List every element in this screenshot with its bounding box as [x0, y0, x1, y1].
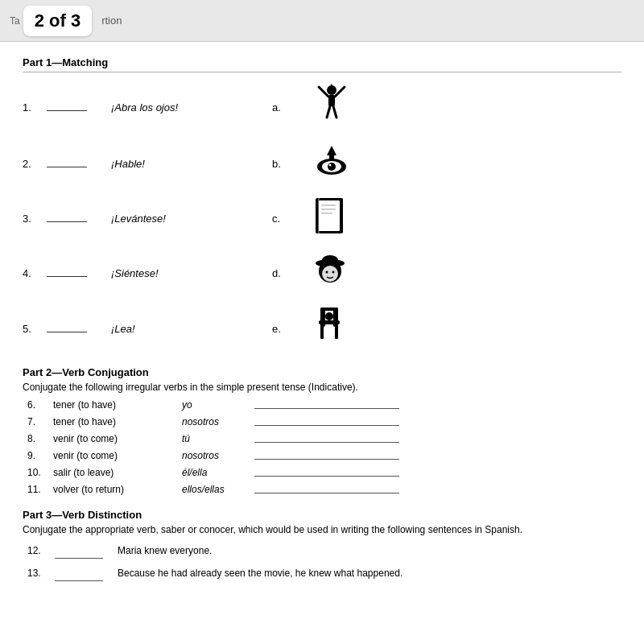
part3-header: Part 3—Verb Distinction [23, 509, 621, 521]
match-icon-b [304, 146, 621, 182]
svg-rect-18 [321, 213, 332, 214]
match-num-5: 5. [23, 323, 47, 335]
conj-answer-cell[interactable] [250, 396, 621, 413]
conj-verb: venir (to come) [48, 447, 177, 464]
conj-num: 8. [23, 430, 48, 447]
distinction-blank[interactable] [52, 564, 116, 585]
conjugation-table: 6. tener (to have) yo 7. tener (to have)… [23, 396, 621, 497]
match-letter-3: c. [272, 213, 304, 225]
conj-pronoun: él/ella [177, 464, 250, 481]
svg-line-5 [333, 106, 336, 118]
conj-verb: volver (to return) [48, 481, 177, 497]
svg-point-12 [329, 164, 332, 167]
conj-instruction: Conjugate the following irregular verbs … [23, 382, 621, 393]
match-letter-2: b. [272, 158, 304, 170]
conj-answer-cell[interactable] [250, 430, 621, 447]
match-icon-e [304, 306, 621, 352]
svg-point-22 [322, 266, 338, 282]
toolbar: Ta 2 of 3 rtion [0, 0, 644, 42]
match-phrase-3: ¡Levántese! [111, 213, 272, 225]
distinction-sentence: Because he had already seen the movie, h… [118, 564, 620, 585]
toolbar-title: rtion [101, 14, 122, 27]
tab-label[interactable]: Ta [10, 15, 20, 27]
conj-row: 6. tener (to have) yo [23, 396, 621, 413]
conj-answer-cell[interactable] [250, 413, 621, 430]
match-num-2: 2. [23, 158, 47, 170]
page-badge: 2 of 3 [23, 6, 92, 36]
match-line-1[interactable] [47, 101, 111, 114]
svg-point-31 [325, 312, 333, 320]
conj-verb: tener (to have) [48, 413, 177, 430]
conj-answer-cell[interactable] [250, 464, 621, 481]
svg-line-2 [319, 87, 328, 97]
match-line-4[interactable] [47, 267, 111, 279]
match-letter-5: e. [272, 323, 304, 335]
matching-table: 1. ¡Abra los ojos! a. 2. [23, 84, 621, 352]
svg-line-4 [327, 106, 330, 118]
svg-rect-17 [321, 208, 336, 210]
match-num-1: 1. [23, 101, 47, 114]
distinction-sentence: Maria knew everyone. [118, 542, 620, 563]
match-line-5[interactable] [47, 323, 111, 335]
conj-num: 6. [23, 396, 48, 413]
svg-marker-7 [327, 146, 336, 155]
conj-row: 10. salir (to leave) él/ella [23, 464, 621, 481]
match-icon-d [304, 255, 621, 291]
distinction-num: 13. [24, 564, 50, 585]
match-letter-1: a. [272, 101, 304, 114]
distinction-table: 12. Maria knew everyone. 13. Because he … [23, 540, 621, 587]
svg-rect-29 [335, 324, 338, 339]
distinction-blank[interactable] [52, 542, 116, 563]
match-phrase-1: ¡Abra los ojos! [111, 101, 272, 114]
match-icon-c [304, 196, 621, 241]
match-line-3[interactable] [47, 213, 111, 225]
distinction-instruction: Conjugate the appropriate verb, saber or… [23, 524, 621, 535]
part1-header: Part 1—Matching [23, 56, 621, 68]
conj-num: 11. [23, 481, 48, 497]
match-icon-a [304, 84, 621, 131]
conj-pronoun: nosotros [177, 413, 250, 430]
svg-rect-28 [320, 324, 324, 339]
svg-point-24 [332, 271, 335, 274]
conj-verb: venir (to come) [48, 430, 177, 447]
match-num-4: 4. [23, 267, 47, 279]
conj-answer-cell[interactable] [250, 447, 621, 464]
conj-num: 9. [23, 447, 48, 464]
conj-pronoun: yo [177, 396, 250, 413]
distinction-row: 12. Maria knew everyone. [24, 542, 620, 563]
conj-row: 11. volver (to return) ellos/ellas [23, 481, 621, 497]
main-content: Part 1—Matching 1. ¡Abra los ojos! a. [0, 42, 644, 644]
conj-pronoun: tú [177, 430, 250, 447]
svg-point-11 [328, 163, 336, 171]
conj-num: 7. [23, 413, 48, 430]
conj-pronoun: nosotros [177, 447, 250, 464]
conj-verb: salir (to leave) [48, 464, 177, 481]
conj-row: 8. venir (to come) tú [23, 430, 621, 447]
match-letter-4: d. [272, 267, 304, 279]
part2-header: Part 2—Verb Conjugation [23, 366, 621, 378]
svg-line-3 [335, 87, 345, 97]
svg-point-23 [326, 271, 328, 274]
svg-rect-30 [320, 308, 338, 311]
distinction-num: 12. [24, 542, 50, 563]
svg-rect-27 [319, 320, 340, 324]
distinction-row: 13. Because he had already seen the movi… [24, 564, 620, 585]
conj-row: 7. tener (to have) nosotros [23, 413, 621, 430]
svg-point-21 [322, 255, 338, 265]
match-phrase-5: ¡Lea! [111, 323, 272, 335]
conj-verb: tener (to have) [48, 396, 177, 413]
match-phrase-2: ¡Hable! [111, 158, 272, 170]
conj-pronoun: ellos/ellas [177, 481, 250, 497]
match-num-3: 3. [23, 213, 47, 225]
match-line-2[interactable] [47, 158, 111, 170]
svg-rect-16 [321, 204, 336, 206]
divider-part1 [23, 72, 621, 72]
conj-num: 10. [23, 464, 48, 481]
conj-answer-cell[interactable] [250, 481, 621, 497]
match-phrase-4: ¡Siéntese! [111, 267, 272, 279]
conj-row: 9. venir (to come) nosotros [23, 447, 621, 464]
